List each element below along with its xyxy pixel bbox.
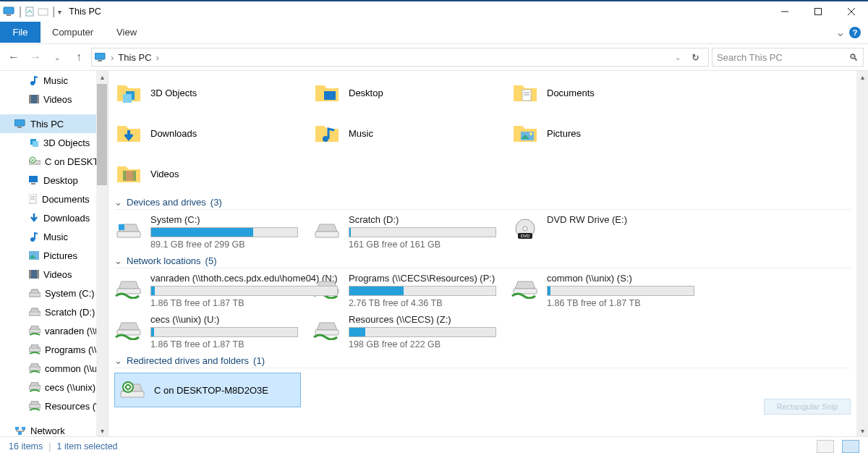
nav-item[interactable]: Downloads xyxy=(0,208,108,227)
drive-item[interactable]: vanraden (\\thoth.cecs.pdx.edu\home04) (… xyxy=(114,273,298,308)
drive-item[interactable]: Scratch (D:) 161 GB free of 161 GB xyxy=(312,214,496,250)
folder-item[interactable]: Downloads xyxy=(114,116,298,150)
drive-icon xyxy=(312,214,341,243)
nav-item[interactable]: Desktop xyxy=(0,171,108,190)
nav-item[interactable]: Documents xyxy=(0,190,108,208)
help-icon[interactable]: ? xyxy=(849,27,861,38)
usage-bar xyxy=(150,227,298,237)
drive-name: cecs (\\unix) (U:) xyxy=(150,314,298,325)
ribbon-collapse-icon[interactable]: ⌄ xyxy=(835,25,845,39)
chevron-down-icon: ⌄ xyxy=(114,355,122,366)
svg-rect-29 xyxy=(29,270,31,279)
music-icon xyxy=(29,75,39,85)
nav-item[interactable]: Pictures xyxy=(0,246,108,265)
chevron-down-icon: ⌄ xyxy=(114,197,122,208)
scroll-up-icon[interactable]: ▴ xyxy=(96,71,108,82)
group-devices[interactable]: ⌄ Devices and drives (3) xyxy=(114,197,851,210)
svg-rect-21 xyxy=(29,176,38,182)
scroll-up-icon[interactable]: ▴ xyxy=(856,71,868,82)
svg-rect-1 xyxy=(7,14,11,16)
nav-item[interactable]: ✕ C on DESKTOP-M xyxy=(0,152,108,171)
breadcrumb-thispc[interactable]: This PC xyxy=(118,52,151,63)
nav-item[interactable]: Videos xyxy=(0,90,108,109)
scroll-down-icon[interactable]: ▾ xyxy=(96,425,108,436)
view-tiles-button[interactable] xyxy=(842,440,859,453)
free-space: 2.76 TB free of 4.36 TB xyxy=(349,298,496,308)
nav-scrollbar[interactable]: ▴ ▾ xyxy=(96,71,108,436)
svg-rect-31 xyxy=(29,293,41,297)
nav-item[interactable]: vanraden (\\thoth xyxy=(0,321,108,340)
svg-rect-38 xyxy=(15,427,19,430)
nav-thispc[interactable]: This PC xyxy=(0,114,108,133)
desktop-icon xyxy=(312,78,341,107)
free-space: 1.86 TB free of 1.87 TB xyxy=(150,339,298,349)
svg-rect-40 xyxy=(18,432,22,435)
svg-rect-2 xyxy=(26,7,33,16)
group-network[interactable]: ⌄ Network locations (5) xyxy=(114,255,851,268)
drive-item[interactable]: DVD DVD RW Drive (E:) xyxy=(511,214,694,250)
drive-item[interactable]: cecs (\\unix) (U:) 1.86 TB free of 1.87 … xyxy=(114,314,298,349)
nav-item[interactable]: Music xyxy=(0,71,108,90)
tab-view[interactable]: View xyxy=(105,22,148,43)
svg-text:✕: ✕ xyxy=(30,158,35,163)
scroll-thumb[interactable] xyxy=(97,84,107,185)
content-scrollbar[interactable]: ▴ ▾ xyxy=(856,71,868,436)
nav-network[interactable]: Network xyxy=(0,421,108,436)
search-icon: 🔍︎ xyxy=(849,52,859,63)
drive-item[interactable]: Programs (\\CECS\Resources) (P:) 2.76 TB… xyxy=(312,273,496,308)
group-redirected[interactable]: ⌄ Redirected drives and folders (1) xyxy=(114,355,851,368)
search-input[interactable]: Search This PC 🔍︎ xyxy=(712,48,864,67)
free-space: 161 GB free of 161 GB xyxy=(349,239,496,250)
recent-dropdown[interactable]: ⌄ xyxy=(48,48,67,67)
drive-item[interactable]: Resources (\\CECS) (Z:) 198 GB free of 2… xyxy=(312,314,496,349)
address-bar[interactable]: › This PC › ⌄ ↻ xyxy=(91,48,709,67)
nav-item[interactable]: common (\\unix) xyxy=(0,359,108,378)
up-button[interactable]: ↑ xyxy=(69,48,88,67)
svg-rect-27 xyxy=(29,251,39,260)
nav-item[interactable]: Resources (\\CEC xyxy=(0,396,108,415)
nav-item[interactable]: Scratch (D:) xyxy=(0,302,108,321)
folder-item[interactable]: Pictures xyxy=(511,116,694,150)
nav-item[interactable]: cecs (\\unix) (U:) xyxy=(0,378,108,396)
folder-item[interactable]: Music xyxy=(312,116,496,150)
nav-label: This PC xyxy=(30,119,64,130)
nav-item[interactable]: 3D Objects xyxy=(0,133,108,152)
file-tab[interactable]: File xyxy=(0,22,41,43)
drive-name: DVD RW Drive (E:) xyxy=(547,214,694,225)
address-dropdown-icon[interactable]: ⌄ xyxy=(675,54,681,62)
tab-computer[interactable]: Computer xyxy=(41,22,105,43)
svg-point-57 xyxy=(523,226,527,231)
nav-item[interactable]: Videos xyxy=(0,265,108,284)
drive-name: Scratch (D:) xyxy=(349,214,496,225)
folder-item[interactable]: Documents xyxy=(511,75,694,110)
new-folder-icon[interactable] xyxy=(38,7,49,17)
folder-item[interactable]: 3D Objects xyxy=(114,75,298,110)
close-button[interactable] xyxy=(835,1,868,22)
nav-item[interactable]: Programs (\\CECS xyxy=(0,340,108,359)
forward-button[interactable]: → xyxy=(26,48,45,67)
free-space: 1.86 TB free of 1.87 TB xyxy=(150,298,338,308)
nav-item[interactable]: Music xyxy=(0,227,108,246)
pictures-icon xyxy=(29,251,39,260)
view-details-button[interactable] xyxy=(817,440,834,453)
usage-bar xyxy=(349,227,496,237)
folder-item[interactable]: Videos xyxy=(114,156,298,191)
chevron-right-icon[interactable]: › xyxy=(111,52,114,63)
qat-dropdown-icon[interactable]: ▾ xyxy=(58,8,61,16)
drive-item[interactable]: common (\\unix) (S:) 1.86 TB free of 1.8… xyxy=(511,273,694,308)
netdrive-icon xyxy=(114,273,143,302)
back-button[interactable]: ← xyxy=(4,48,23,67)
minimize-button[interactable] xyxy=(768,1,801,22)
scroll-down-icon[interactable]: ▾ xyxy=(856,425,868,436)
folder-item[interactable]: Desktop xyxy=(312,75,496,110)
3d-icon xyxy=(114,78,143,107)
drive-item[interactable]: System (C:) 89.1 GB free of 299 GB xyxy=(114,214,298,250)
maximize-button[interactable] xyxy=(801,1,835,22)
refresh-button[interactable]: ↻ xyxy=(685,52,705,63)
downloads-icon xyxy=(29,213,39,223)
chevron-right-icon[interactable]: › xyxy=(156,52,159,63)
svg-rect-54 xyxy=(119,224,124,230)
redirected-item[interactable]: C on DESKTOP-M8D2O3E xyxy=(114,373,301,407)
properties-icon[interactable] xyxy=(25,6,36,17)
nav-item[interactable]: System (C:) xyxy=(0,284,108,302)
